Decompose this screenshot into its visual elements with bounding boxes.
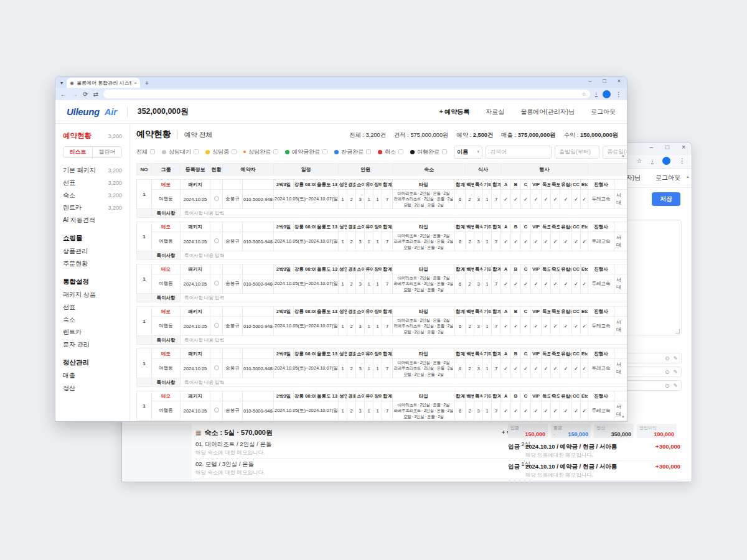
sidebar-item[interactable]: 주문현황 xyxy=(63,258,122,270)
table-row[interactable]: 1메모패키지2박3일강릉 08:00울릉도 13:00성인경로소아유아장애합계타… xyxy=(136,391,627,421)
sidebar-item[interactable]: 매출 xyxy=(63,370,122,382)
reservation-register-button[interactable]: + 예약등록 xyxy=(439,108,470,116)
status-filter[interactable]: 상담중 xyxy=(205,148,237,156)
lodging-item[interactable]: 03. 모텔 / 3인실 / 온돌해당 숙소에 대한 메모입니다.1실 xyxy=(195,478,530,482)
status-filter[interactable]: 잔금완료 xyxy=(334,148,371,156)
address-bar[interactable]: ☆ xyxy=(103,90,590,98)
filter-checkbox[interactable] xyxy=(150,149,155,154)
sidebar-item[interactable]: 선표 xyxy=(63,301,122,314)
filter-checkbox[interactable] xyxy=(322,149,327,154)
status-cell[interactable] xyxy=(210,190,223,209)
browser-menu-icon[interactable]: ⋮ xyxy=(679,157,685,164)
filter-checkbox[interactable] xyxy=(442,149,447,154)
memo-label[interactable]: 메모 xyxy=(152,349,181,359)
back-icon[interactable]: ← xyxy=(60,91,67,98)
close-icon[interactable]: × xyxy=(682,144,685,151)
list-view-button[interactable]: 리스트 xyxy=(63,147,93,157)
sidebar-item[interactable]: 정산 xyxy=(63,382,122,394)
note-input[interactable]: 특이사항 내용 입력 xyxy=(181,251,627,260)
download-icon[interactable]: ↓ xyxy=(595,91,598,97)
sidebar-item[interactable]: 기본 패키지3,200 xyxy=(63,164,122,177)
sidebar-item[interactable]: 렌트카 xyxy=(63,326,122,338)
back-logout-link[interactable]: 로그아웃 xyxy=(655,174,680,182)
edit-icon[interactable]: ✎ xyxy=(673,355,678,362)
search-keyword-input[interactable]: 검색어 xyxy=(486,146,552,159)
customer-name[interactable]: 송봉규 xyxy=(223,190,243,209)
site-settings-icon[interactable]: ⇄ xyxy=(93,91,98,98)
resize-handle-icon[interactable] xyxy=(675,329,680,334)
table-row[interactable]: 1메모패키지2박3일강릉 08:00울릉도 13:00성인경로소아유아장애합계타… xyxy=(136,264,627,302)
customer-name[interactable]: 송봉규 xyxy=(223,401,243,421)
status-filter[interactable]: 여행완료 xyxy=(410,148,447,156)
memo-label[interactable]: 메모 xyxy=(152,222,181,232)
status-filter[interactable]: 취소 xyxy=(378,148,403,156)
scroll-up-icon[interactable]: ▲ xyxy=(621,154,625,157)
filter-checkbox[interactable] xyxy=(366,149,371,154)
note-input[interactable]: 특이사항 내용 입력 xyxy=(181,378,627,387)
customer-name[interactable]: 송봉규 xyxy=(223,232,243,251)
profile-avatar[interactable] xyxy=(662,157,670,165)
filter-checkbox[interactable] xyxy=(398,149,403,154)
minimize-icon[interactable]: – xyxy=(588,78,591,84)
browser-menu-icon[interactable]: ⋮ xyxy=(616,91,622,98)
status-cell[interactable] xyxy=(210,359,223,378)
scroll-up-icon[interactable]: ▲ xyxy=(686,175,690,179)
status-cell[interactable] xyxy=(210,232,223,251)
table-row[interactable]: 1메모패키지2박3일강릉 08:00울릉도 13:00성인경로소아유아장애합계타… xyxy=(136,179,627,218)
note-input[interactable]: 특이사항 내용 입력 xyxy=(181,421,627,422)
customer-name[interactable]: 송봉규 xyxy=(223,274,243,294)
status-filter[interactable]: 예약금완료 xyxy=(285,148,327,156)
memo-label[interactable]: 메모 xyxy=(152,391,181,401)
search-field-select[interactable]: 이름 ▾ xyxy=(454,146,482,159)
target-icon[interactable]: ⊙ xyxy=(665,355,670,362)
customer-name[interactable]: 송봉규 xyxy=(223,359,243,378)
tab-close-icon[interactable]: × xyxy=(134,80,137,86)
filter-checkbox[interactable] xyxy=(194,149,199,154)
memo-label[interactable]: 메모 xyxy=(152,264,181,274)
sidebar-item[interactable]: Ai 자동견적 xyxy=(63,214,122,226)
browser-tab[interactable]: ◉ 울릉에어 통합관리 시스템 × xyxy=(67,78,140,88)
bookmark-star-icon[interactable]: ☆ xyxy=(637,157,642,164)
table-row[interactable]: 1메모패키지2박3일강릉 08:00울릉도 13:00성인경로소아유아장애합계타… xyxy=(136,306,627,345)
sidebar-item[interactable]: 숙소3,200 xyxy=(63,189,122,202)
filter-checkbox[interactable] xyxy=(273,149,278,154)
sidebar-item-reservations[interactable]: 예약현황 xyxy=(63,131,92,141)
sidebar-item[interactable]: 렌트카3,200 xyxy=(63,202,122,214)
logout-link[interactable]: 로그아웃 xyxy=(591,108,616,116)
edit-icon[interactable]: ✎ xyxy=(673,383,678,389)
status-cell[interactable] xyxy=(210,401,223,421)
status-filter[interactable]: 상담완료 xyxy=(243,148,278,156)
memo-label[interactable]: 메모 xyxy=(152,180,181,190)
status-cell[interactable] xyxy=(210,317,223,336)
customer-name[interactable]: 송봉규 xyxy=(223,317,243,336)
transaction-row[interactable]: 입금2024.10.10 / 예약금 / 현금 / 서아름해당 인원에대한 메모… xyxy=(508,441,680,461)
new-tab-icon[interactable]: + xyxy=(145,80,149,86)
save-button[interactable]: 저장 xyxy=(652,192,680,206)
note-input[interactable]: 특이사항 내용 입력 xyxy=(181,209,627,218)
sidebar-item[interactable]: 패키지 상품 xyxy=(63,289,122,301)
memo-label[interactable]: 메모 xyxy=(152,307,181,317)
status-filter[interactable]: 상담대기 xyxy=(162,148,199,156)
lodging-item[interactable]: 01. 대아리조트 / 2인실 / 온돌해당 숙소에 대한 메모입니다.2실 xyxy=(195,439,530,459)
status-filter[interactable]: 전체 xyxy=(136,148,155,156)
transaction-row[interactable]: 입금2024.10.10 / 예약금 / 현금 / 서아름해당 인원에대한 메모… xyxy=(508,461,680,481)
close-icon[interactable]: × xyxy=(618,78,621,84)
table-row[interactable]: 1메모패키지2박3일강릉 08:00울릉도 13:00성인경로소아유아장애합계타… xyxy=(136,222,627,260)
minimize-icon[interactable]: – xyxy=(650,144,654,151)
forward-icon[interactable]: → xyxy=(72,91,78,98)
note-input[interactable]: 특이사항 내용 입력 xyxy=(181,336,627,345)
calendar-view-button[interactable]: 캘린더 xyxy=(93,147,121,157)
transaction-row[interactable]: 출금2024.10.10 / 환불 / 현금 / 서아름해당 인원에대한 메모입… xyxy=(508,481,680,482)
sidebar-item[interactable]: 문자 관리 xyxy=(63,338,122,351)
target-icon[interactable]: ⊙ xyxy=(665,369,670,375)
admin-user-label[interactable]: 울릉에어(관리자)님 xyxy=(520,108,575,116)
edit-icon[interactable]: ✎ xyxy=(673,369,678,375)
bookmark-star-icon[interactable]: ☆ xyxy=(581,91,586,97)
sidebar-item[interactable]: 상품관리 xyxy=(63,245,122,258)
tab-search-chevron-icon[interactable]: ▾ xyxy=(60,80,63,86)
download-icon[interactable]: ↓ xyxy=(651,158,654,164)
app-logo[interactable]: Ulleung Air xyxy=(67,106,117,117)
status-cell[interactable] xyxy=(210,274,223,294)
profile-avatar[interactable] xyxy=(603,90,611,98)
date-from-input[interactable]: 출발일(부터) xyxy=(555,146,599,159)
